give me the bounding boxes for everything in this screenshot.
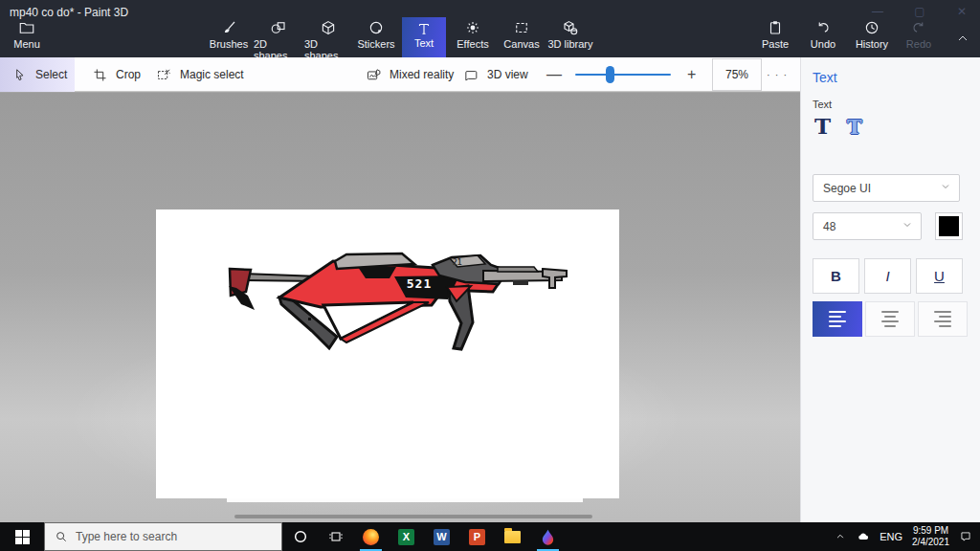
cortana-button[interactable] <box>282 522 318 551</box>
window-controls: — ▢ ✕ <box>867 4 972 19</box>
action-label: Redo <box>906 38 931 50</box>
undo-button[interactable]: Undo <box>804 19 842 57</box>
firefox-icon <box>363 529 379 545</box>
cortana-icon <box>293 529 308 544</box>
tab-3d-library[interactable]: 3D library <box>546 19 595 57</box>
history-button[interactable]: History <box>850 19 894 57</box>
tab-label: Text <box>414 37 434 49</box>
bold-label: B <box>831 268 841 284</box>
history-icon <box>863 19 880 36</box>
panel-title: Text <box>813 70 837 85</box>
brush-icon <box>220 19 237 36</box>
zoom-slider-track[interactable] <box>575 74 671 76</box>
collapse-toolbar-button[interactable] <box>955 31 970 50</box>
zoom-out-button[interactable]: — <box>546 57 562 92</box>
chevron-down-icon <box>902 219 913 233</box>
tool-options-ribbon: Select Crop Magic select Mixed reality 3… <box>0 57 800 92</box>
horizontal-scrollbar[interactable] <box>234 515 592 518</box>
onedrive-cloud-icon[interactable] <box>857 530 870 543</box>
undo-icon <box>814 19 832 36</box>
3d-view-button[interactable]: 3D view <box>463 57 528 92</box>
more-options-button[interactable]: · · · <box>767 57 788 92</box>
3d-library-icon <box>562 19 579 36</box>
menu-button[interactable]: Menu <box>8 19 46 57</box>
text-section-label: Text <box>813 99 832 110</box>
select-button[interactable]: Select <box>11 57 67 92</box>
firefox-button[interactable] <box>353 522 389 551</box>
file-explorer-button[interactable] <box>495 522 530 551</box>
3d-shapes-icon <box>320 19 337 36</box>
action-label: Undo <box>811 38 835 50</box>
word-button[interactable]: W <box>424 522 459 551</box>
taskbar-search-box[interactable]: Type here to search <box>44 522 282 551</box>
zoom-slider-thumb[interactable] <box>606 66 614 83</box>
3d-text-tool[interactable]: T <box>847 115 862 139</box>
window-title: mp40 co do* - Paint 3D <box>10 6 128 19</box>
maximize-button[interactable]: ▢ <box>909 4 930 19</box>
font-size-value: 48 <box>823 220 835 233</box>
artwork-mark: 21 <box>453 258 462 267</box>
zoom-in-button[interactable]: + <box>687 57 696 92</box>
action-label: History <box>856 38 888 50</box>
align-left-button[interactable] <box>813 301 862 337</box>
paint3d-taskbar-button[interactable] <box>530 522 566 551</box>
mixed-reality-button[interactable]: Mixed reality <box>366 57 454 92</box>
align-left-icon <box>829 311 846 313</box>
italic-button[interactable]: I <box>864 258 911 294</box>
paste-button[interactable]: Paste <box>756 19 794 57</box>
crop-icon <box>92 67 108 83</box>
action-center-icon[interactable] <box>959 530 972 543</box>
powerpoint-icon: P <box>469 529 485 545</box>
effects-icon <box>464 19 481 36</box>
font-family-value: Segoe UI <box>823 182 871 195</box>
magic-select-button[interactable]: Magic select <box>156 57 244 92</box>
underline-button[interactable]: U <box>916 258 963 294</box>
language-indicator[interactable]: ENG <box>880 531 902 542</box>
font-size-dropdown[interactable]: 48 <box>813 212 922 240</box>
excel-button[interactable]: X <box>389 522 424 551</box>
system-tray: ENG 9:59 PM 2/4/2021 <box>834 525 980 548</box>
align-right-button[interactable] <box>918 301 968 337</box>
work-area: 21 521 <box>0 93 800 522</box>
text-options-panel: Text Text T T Segoe UI 48 B I U <box>800 57 980 522</box>
redo-icon <box>910 19 927 36</box>
tab-2d-shapes[interactable]: 2D shapes <box>254 19 303 57</box>
tab-stickers[interactable]: Stickers <box>354 19 398 57</box>
excel-icon: X <box>398 529 414 545</box>
task-view-button[interactable] <box>318 522 353 551</box>
drawing-canvas[interactable]: 21 521 <box>156 209 619 498</box>
minus-icon: — <box>546 66 562 83</box>
tab-3d-shapes[interactable]: 3D shapes <box>304 19 352 57</box>
close-button[interactable]: ✕ <box>951 4 972 19</box>
3d-view-icon <box>463 67 479 83</box>
tab-effects[interactable]: Effects <box>451 19 495 57</box>
2d-text-tool[interactable]: T <box>814 113 831 139</box>
tab-label: Canvas <box>503 38 539 50</box>
magic-select-label: Magic select <box>180 68 244 81</box>
tab-canvas[interactable]: Canvas <box>500 19 544 57</box>
start-button[interactable] <box>0 522 44 551</box>
minimize-button[interactable]: — <box>867 4 888 19</box>
align-right-icon <box>934 311 951 313</box>
paint3d-droplet-icon <box>541 529 555 545</box>
artwork-label: 521 <box>407 276 432 291</box>
bold-button[interactable]: B <box>813 258 859 294</box>
crop-label: Crop <box>116 68 141 81</box>
folder-icon <box>18 19 35 36</box>
text-color-swatch[interactable] <box>935 212 963 240</box>
tab-brushes[interactable]: Brushes <box>207 19 251 57</box>
align-center-button[interactable] <box>865 301 915 337</box>
select-label: Select <box>35 68 67 81</box>
text-icon <box>415 20 433 37</box>
tray-chevron-up-icon[interactable] <box>834 530 847 543</box>
windows-taskbar: Type here to search X W P <box>0 522 980 551</box>
windows-logo-icon <box>15 530 30 544</box>
paste-icon <box>767 19 784 36</box>
tab-text[interactable]: Text <box>402 17 446 57</box>
powerpoint-button[interactable]: P <box>459 522 495 551</box>
search-placeholder: Type here to search <box>76 530 177 543</box>
crop-button[interactable]: Crop <box>92 57 141 92</box>
zoom-level-display[interactable]: 75% <box>712 58 762 91</box>
clock[interactable]: 9:59 PM 2/4/2021 <box>912 525 949 548</box>
font-family-dropdown[interactable]: Segoe UI <box>813 174 960 202</box>
